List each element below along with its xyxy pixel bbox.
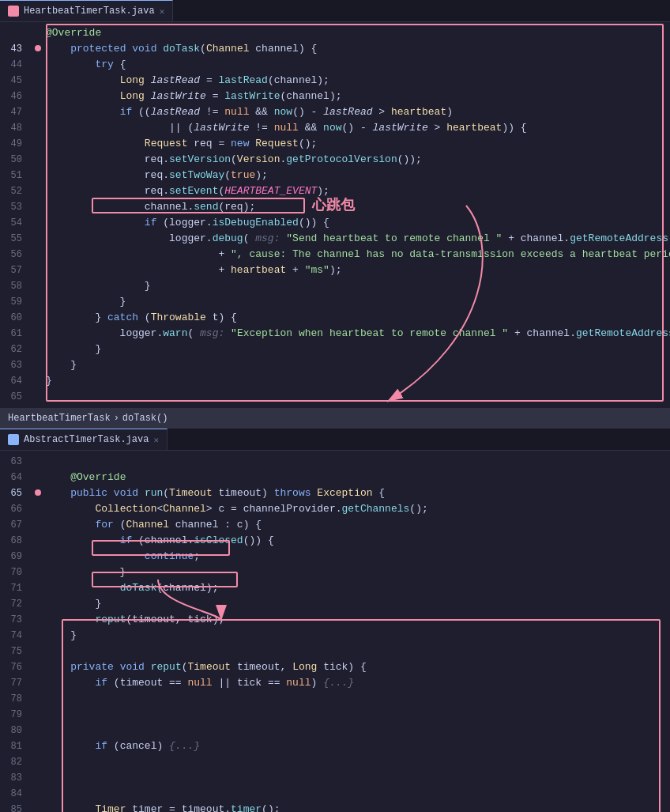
- java-icon-2: [8, 434, 19, 445]
- code-line: 79: [0, 707, 670, 723]
- code-line: 63: [0, 454, 670, 470]
- code-line: 74 }: [0, 628, 670, 644]
- code-line: @Override: [0, 25, 670, 41]
- breadcrumb-class: HeartbeatTimerTask: [8, 413, 111, 424]
- code-line: 68 if (channel.isClosed()) {: [0, 533, 670, 549]
- code-line: 63 }: [0, 357, 670, 373]
- java-icon: [8, 6, 19, 17]
- code-line: 54 if (logger.isDebugEnabled()) {: [0, 215, 670, 231]
- code-line: 43 protected void doTask(Channel channel…: [0, 41, 670, 57]
- code-line: 56 + ", cause: The channel has no data-t…: [0, 247, 670, 262]
- code-line: 44 try {: [0, 57, 670, 73]
- code-line: 69 continue;: [0, 549, 670, 565]
- code-line: 48 || (lastWrite != null && now() - last…: [0, 120, 670, 136]
- code-line: 59 }: [0, 294, 670, 310]
- code-line: 49 Request req = new Request();: [0, 136, 670, 152]
- code-line: 57 + heartbeat + "ms");: [0, 262, 670, 278]
- tab-abstract-close[interactable]: ✕: [153, 435, 159, 445]
- code-line: 61 logger.warn( msg: "Exception when hea…: [0, 326, 670, 342]
- code-line: 64 }: [0, 373, 670, 389]
- tab-heartbeat[interactable]: HeartbeatTimerTask.java ✕: [0, 0, 173, 21]
- code-line: 77 if (timeout == null || tick == null) …: [0, 675, 670, 691]
- code-line: 82: [0, 754, 670, 770]
- code-line: 65: [0, 389, 670, 405]
- code-line: 60 } catch (Throwable t) {: [0, 310, 670, 326]
- tab-heartbeat-close[interactable]: ✕: [160, 6, 165, 17]
- code-line: 80: [0, 723, 670, 738]
- code-line: 65 public void run(Timeout timeout) thro…: [0, 485, 670, 501]
- code-line: 47 if ((lastRead != null && now() - last…: [0, 104, 670, 120]
- tab-heartbeat-label: HeartbeatTimerTask.java: [24, 6, 155, 17]
- code-line: 84: [0, 786, 670, 802]
- code-line: 83: [0, 770, 670, 786]
- pane-abstract: 再次发送 63 64 @Override: [0, 451, 670, 812]
- breadcrumb-pane1: HeartbeatTimerTask › doTask(): [0, 408, 670, 429]
- code-line: 66 Collection<Channel> c = channelProvid…: [0, 501, 670, 517]
- code-line: 62 }: [0, 342, 670, 357]
- tab-bar: HeartbeatTimerTask.java ✕: [0, 0, 670, 22]
- pane-heartbeat: 心跳包 @Override 43 protected void doTask(C…: [0, 22, 670, 408]
- code-line-73: 73 reput(timeout, tick);: [0, 612, 670, 628]
- tab-abstract-label: AbstractTimerTask.java: [24, 434, 149, 445]
- code-line: 85 Timer timer = timeout.timer();: [0, 802, 670, 812]
- code-line: 51 req.setTwoWay(true);: [0, 168, 670, 183]
- code-line: 64 @Override: [0, 470, 670, 485]
- tab-bar-2: AbstractTimerTask.java ✕: [0, 429, 670, 451]
- code-line: 46 Long lastWrite = lastWrite(channel);: [0, 89, 670, 104]
- code-line: 45 Long lastRead = lastRead(channel);: [0, 73, 670, 89]
- code-line: 72 }: [0, 596, 670, 612]
- code-line-71: 71 doTask(channel);: [0, 580, 670, 596]
- heartbeat-annotation: 心跳包: [312, 195, 355, 214]
- code-line: 55 logger.debug( msg: "Send heartbeat to…: [0, 231, 670, 247]
- code-area-abstract: 63 64 @Override 65 public void run(Timeo…: [0, 451, 670, 812]
- code-line-76: 76 private void reput(Timeout timeout, L…: [0, 659, 670, 675]
- code-line: 78: [0, 691, 670, 707]
- code-line: 81 if (cancel) {...}: [0, 738, 670, 754]
- code-line: 50 req.setVersion(Version.getProtocolVer…: [0, 152, 670, 168]
- tab-abstract[interactable]: AbstractTimerTask.java ✕: [0, 429, 168, 450]
- code-line: 58 }: [0, 278, 670, 294]
- code-area-heartbeat: @Override 43 protected void doTask(Chann…: [0, 22, 670, 408]
- code-line: 70 }: [0, 565, 670, 580]
- code-line: 75: [0, 644, 670, 659]
- code-line: 67 for (Channel channel : c) {: [0, 517, 670, 533]
- breadcrumb-method: doTask(): [122, 413, 168, 424]
